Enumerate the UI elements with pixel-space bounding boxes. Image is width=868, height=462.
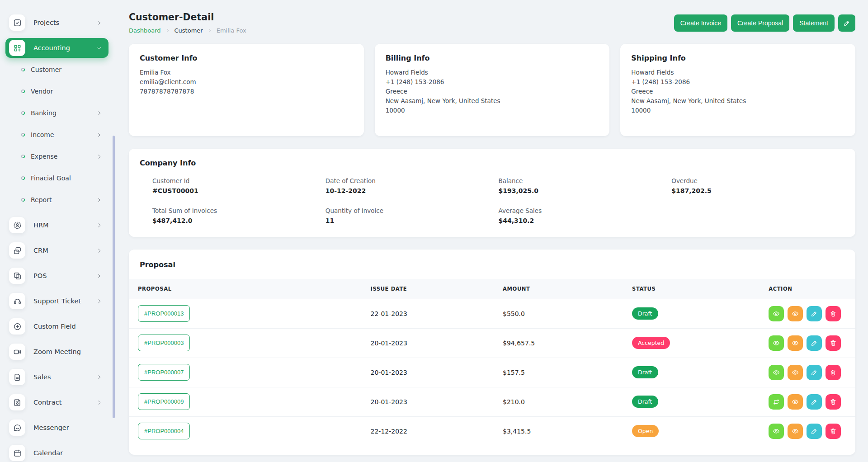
sidebar-item-crm[interactable]: CRM [5,240,108,260]
customer-info-card: Customer InfoEmilia Foxemilia@client.com… [129,44,364,136]
field-label: Date of Creation [326,177,499,184]
sidebar-item-banking[interactable]: Banking [5,107,108,119]
trash-action-button[interactable] [826,365,841,380]
status-badge: Draft [632,307,658,320]
proposal-title: Proposal [129,260,855,269]
sidebar-item-contract[interactable]: Contract [5,392,108,412]
sidebar-item-label: Projects [33,19,59,26]
status-badge: Draft [632,366,658,378]
sidebar-item-expense[interactable]: Expense [5,150,108,163]
field-label: Total Sum of Invoices [152,207,326,214]
crm-icon [9,242,25,259]
sidebar-item-hrm[interactable]: HRM [5,215,108,235]
eye-action-button[interactable] [788,306,803,321]
chevron-right-icon [96,400,102,405]
amount-cell: $157.5 [502,358,632,387]
sidebar-item-support-ticket[interactable]: Support Ticket [5,291,108,311]
sidebar-item-messenger[interactable]: Messenger [5,418,108,438]
breadcrumb-item-dashboard[interactable]: Dashboard [129,27,161,34]
issue-date-cell: 20-01-2023 [370,387,502,416]
eye-action-button[interactable] [788,365,803,380]
trash-action-button[interactable] [826,424,841,439]
info-line: 10000 [386,106,599,115]
sidebar-item-label: Custom Field [33,323,76,330]
field-value: $44,310.2 [499,217,672,224]
issue-date-cell: 20-01-2023 [370,358,502,387]
company-info-title: Company Info [140,159,844,167]
sidebar-item-report[interactable]: Report [5,193,108,206]
breadcrumb-item-emilia-fox: Emilia Fox [217,27,246,34]
column-header-status: STATUS [632,279,768,299]
status-badge: Open [632,425,659,437]
sidebar-item-vendor[interactable]: Vendor [5,85,108,98]
issue-date-cell: 22-12-2022 [370,416,502,446]
field-label: Overdue [671,177,844,184]
breadcrumb-separator-icon [208,27,212,34]
create-invoice-button[interactable]: Create Invoice [674,14,727,32]
accounting-icon [9,40,25,56]
eye-action-button[interactable] [769,424,784,439]
proposal-row: #PROP00000422-12-2022$3,415.5Open [129,416,855,446]
proposal-id-button[interactable]: #PROP000003 [138,335,190,351]
edit-action-button[interactable] [807,306,822,321]
sidebar-item-label: Messenger [33,424,69,431]
column-header-issue-date: ISSUE DATE [370,279,502,299]
edit-action-button[interactable] [807,424,822,439]
proposal-id-button[interactable]: #PROP000004 [138,423,190,439]
edit-customer-button[interactable] [838,14,855,32]
chevron-right-icon [96,222,102,228]
trash-action-button[interactable] [826,394,841,410]
statement-button[interactable]: Statement [793,14,835,32]
create-proposal-button[interactable]: Create Proposal [731,14,789,32]
sidebar-item-customer[interactable]: Customer [5,63,108,76]
company-field-average-sales: Average Sales$44,310.2 [499,207,672,224]
calendar-icon [9,445,25,461]
edit-action-button[interactable] [807,394,822,410]
proposal-id-button[interactable]: #PROP000009 [138,393,190,410]
sidebar-item-calendar[interactable]: Calendar [5,443,108,462]
issue-date-cell: 20-01-2023 [370,328,502,358]
sidebar-item-label: Calendar [33,449,63,457]
eye-action-button[interactable] [769,306,784,321]
sidebar-item-income[interactable]: Income [5,128,108,141]
trash-action-button[interactable] [826,306,841,321]
eye-action-button[interactable] [788,394,803,410]
proposal-id-button[interactable]: #PROP000013 [138,305,190,322]
amount-cell: $3,415.5 [502,416,632,446]
sidebar-item-projects[interactable]: Projects [5,13,108,33]
sidebar-item-custom-field[interactable]: Custom Field [5,316,108,336]
sidebar-item-label: Support Ticket [33,297,81,305]
sidebar-item-label: Expense [31,153,57,160]
sidebar-item-zoom-meeting[interactable]: Zoom Meeting [5,342,108,362]
action-group [769,306,855,321]
info-line: +1 (248) 153-2086 [631,77,844,87]
company-field-balance: Balance$193,025.0 [499,177,672,194]
sidebar-item-accounting[interactable]: Accounting [5,38,108,58]
issue-date-cell: 22-01-2023 [370,299,502,328]
trash-action-button[interactable] [826,335,841,351]
field-value: $187,202.5 [671,187,844,194]
info-line: Howard Fields [386,68,599,77]
sidebar-item-finacial-goal[interactable]: Finacial Goal [5,172,108,184]
eye-action-button[interactable] [788,424,803,439]
convert-action-button[interactable] [769,394,784,410]
info-line: Greece [631,87,844,96]
sidebar-item-label: Vendor [31,88,53,95]
sidebar-item-label: Report [31,196,52,203]
eye-action-button[interactable] [788,335,803,351]
header-actions: Create InvoiceCreate ProposalStatement [674,14,855,32]
info-line: Greece [386,87,599,96]
sales-icon [9,369,25,385]
eye-action-button[interactable] [769,365,784,380]
edit-action-button[interactable] [807,335,822,351]
sidebar-item-pos[interactable]: POS [5,266,108,286]
sidebar-item-sales[interactable]: Sales [5,367,108,387]
eye-action-button[interactable] [769,335,784,351]
main-content: Customer-Detail DashboardCustomerEmilia … [118,0,868,455]
proposal-id-button[interactable]: #PROP000007 [138,364,190,381]
breadcrumb-item-customer[interactable]: Customer [175,27,203,34]
sidebar-scrollbar[interactable] [113,136,115,418]
info-line: 78787878787878 [140,87,353,96]
chevron-down-icon [96,45,102,51]
edit-action-button[interactable] [807,365,822,380]
